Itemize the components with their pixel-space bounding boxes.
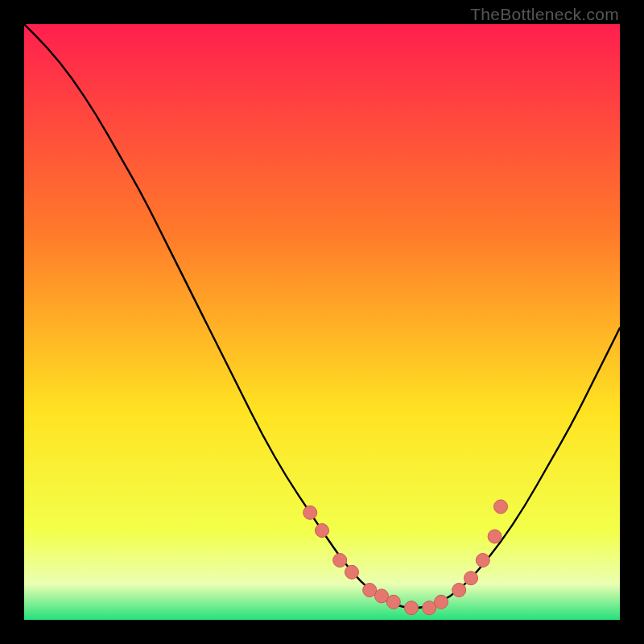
sample-dot: [452, 584, 466, 597]
sample-dot: [345, 565, 359, 579]
sample-dot: [333, 554, 347, 568]
sample-dot: [494, 500, 508, 514]
chart-frame: [24, 24, 620, 620]
sample-dot: [405, 601, 419, 615]
watermark-text: TheBottleneck.com: [470, 5, 619, 24]
sample-dot: [488, 530, 502, 543]
sample-dot: [303, 506, 317, 519]
sample-dot: [476, 554, 489, 568]
sample-dot: [464, 572, 478, 585]
bottleneck-plot: [24, 24, 620, 620]
sample-dot: [386, 595, 400, 609]
sample-dot: [316, 524, 329, 538]
sample-dot: [435, 595, 448, 609]
